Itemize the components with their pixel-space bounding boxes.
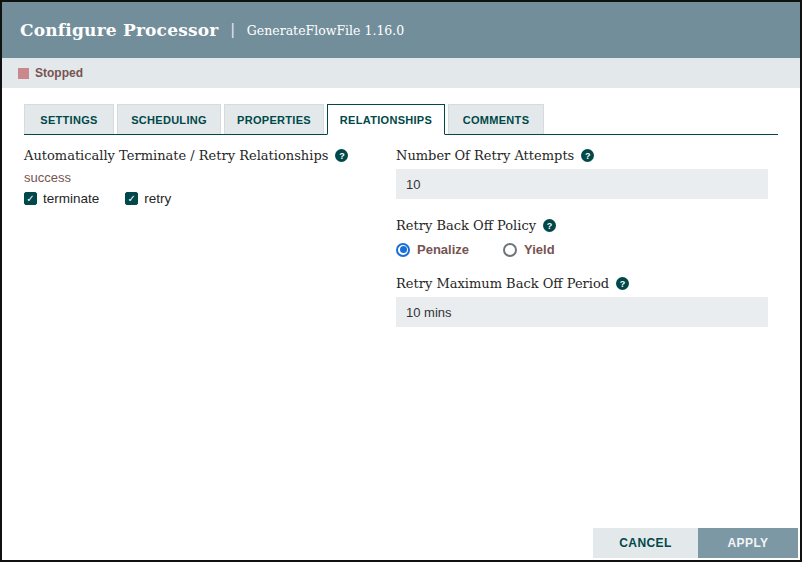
tab-comments[interactable]: COMMENTS — [448, 104, 544, 134]
retry-checkbox[interactable]: ✓ — [125, 192, 138, 205]
auto-terminate-section: Automatically Terminate / Retry Relation… — [24, 148, 396, 346]
yield-radio-item[interactable]: Yield — [503, 242, 555, 257]
tab-settings[interactable]: SETTINGS — [24, 104, 114, 134]
penalize-radio-label: Penalize — [417, 242, 469, 257]
help-icon[interactable]: ? — [581, 149, 594, 162]
relationship-options-row: ✓ terminate ✓ retry — [24, 191, 396, 206]
max-backoff-label: Retry Maximum Back Off Period — [396, 276, 609, 291]
stopped-icon — [18, 68, 29, 79]
retry-attempts-group: Number Of Retry Attempts ? 10 — [396, 148, 778, 199]
terminate-checkbox-label: terminate — [43, 191, 99, 206]
retry-attempts-input[interactable]: 10 — [396, 169, 768, 199]
tab-properties[interactable]: PROPERTIES — [224, 104, 324, 134]
penalize-radio[interactable] — [396, 243, 410, 257]
dialog-content: SETTINGS SCHEDULING PROPERTIES RELATIONS… — [2, 88, 800, 346]
relationships-panel: Automatically Terminate / Retry Relation… — [24, 135, 778, 346]
status-bar: Stopped — [2, 58, 800, 88]
title-separator: | — [230, 20, 234, 40]
yield-radio-label: Yield — [524, 242, 555, 257]
help-icon[interactable]: ? — [335, 149, 348, 162]
retry-settings-section: Number Of Retry Attempts ? 10 Retry Back… — [396, 148, 778, 346]
help-icon[interactable]: ? — [543, 219, 556, 232]
max-backoff-input[interactable]: 10 mins — [396, 297, 768, 327]
retry-attempts-label: Number Of Retry Attempts — [396, 148, 574, 163]
terminate-checkbox-item[interactable]: ✓ terminate — [24, 191, 99, 206]
dialog-title: Configure Processor — [20, 20, 218, 40]
status-label: Stopped — [35, 66, 83, 80]
auto-terminate-label: Automatically Terminate / Retry Relation… — [24, 148, 328, 163]
penalize-radio-item[interactable]: Penalize — [396, 242, 469, 257]
tab-bar: SETTINGS SCHEDULING PROPERTIES RELATIONS… — [24, 104, 778, 135]
relationship-name: success — [24, 170, 396, 185]
cancel-button[interactable]: CANCEL — [593, 528, 698, 558]
apply-button[interactable]: APPLY — [698, 528, 798, 558]
dialog-header: Configure Processor | GenerateFlowFile 1… — [2, 2, 800, 58]
processor-name-version: GenerateFlowFile 1.16.0 — [247, 23, 404, 38]
tab-relationships[interactable]: RELATIONSHIPS — [327, 104, 445, 135]
yield-radio[interactable] — [503, 243, 517, 257]
help-icon[interactable]: ? — [616, 277, 629, 290]
configure-processor-dialog: Configure Processor | GenerateFlowFile 1… — [0, 0, 802, 562]
footer-buttons: CANCEL APPLY — [593, 528, 798, 558]
backoff-policy-options: Penalize Yield — [396, 242, 778, 257]
retry-checkbox-label: retry — [144, 191, 171, 206]
terminate-checkbox[interactable]: ✓ — [24, 192, 37, 205]
backoff-policy-group: Retry Back Off Policy ? Penalize Yield — [396, 218, 778, 257]
retry-checkbox-item[interactable]: ✓ retry — [125, 191, 171, 206]
backoff-policy-label: Retry Back Off Policy — [396, 218, 536, 233]
tab-scheduling[interactable]: SCHEDULING — [117, 104, 221, 134]
max-backoff-group: Retry Maximum Back Off Period ? 10 mins — [396, 276, 778, 327]
